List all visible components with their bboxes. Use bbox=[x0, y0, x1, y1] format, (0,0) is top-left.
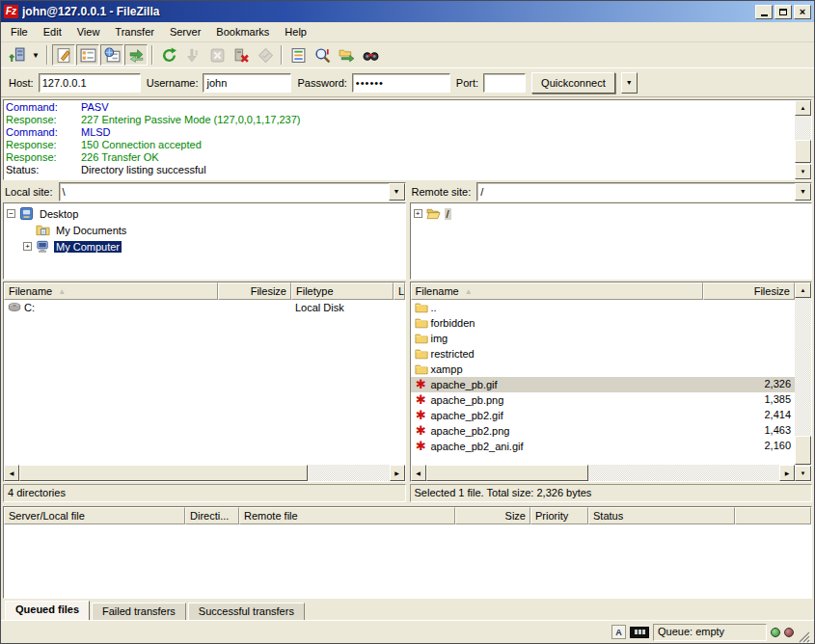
toolbar-toggle-message-log-button[interactable] bbox=[52, 44, 75, 66]
sync-browsing-icon bbox=[339, 47, 355, 64]
queue-body[interactable] bbox=[4, 524, 811, 598]
local-file-list[interactable]: Filename▲FilesizeFiletypeL C:Local Disk … bbox=[3, 282, 406, 482]
column-header-label: Priority bbox=[535, 510, 568, 522]
transfer-queue[interactable]: Server/Local fileDirecti...Remote fileSi… bbox=[3, 506, 812, 599]
tree-item-[interactable]: +/ bbox=[414, 205, 812, 222]
tree-item-desktop[interactable]: −Desktop bbox=[7, 205, 405, 222]
quickconnect-dropdown-button[interactable]: ▼ bbox=[621, 72, 638, 94]
title-bar[interactable]: Fz john@127.0.0.1 - FileZilla × bbox=[1, 1, 814, 22]
scroll-track[interactable] bbox=[426, 465, 780, 481]
data-type-indicator-icon[interactable]: A bbox=[611, 625, 626, 639]
file-row-apache-pb-png[interactable]: ✱apache_pb.png1,385 bbox=[411, 392, 796, 408]
column-header-filename[interactable]: Filename▲ bbox=[4, 282, 218, 300]
toolbar-site-manager-dropdown-button[interactable]: ▼ bbox=[29, 44, 42, 66]
close-button[interactable]: × bbox=[794, 5, 811, 19]
file-row-xampp[interactable]: xampp bbox=[411, 362, 796, 377]
file-row-[interactable]: .. bbox=[411, 300, 796, 315]
menu-file[interactable]: File bbox=[3, 24, 36, 40]
toolbar-site-manager-button[interactable] bbox=[5, 44, 28, 66]
queue-column-directi[interactable]: Directi... bbox=[185, 507, 239, 524]
scroll-left-icon[interactable]: ◀ bbox=[411, 465, 426, 481]
scroll-left-icon[interactable]: ◀ bbox=[4, 465, 19, 481]
local-site-combo[interactable]: \ ▼ bbox=[59, 182, 406, 201]
file-row-apache-pb2-ani-gif[interactable]: ✱apache_pb2_ani.gif2,160 bbox=[411, 439, 796, 454]
tab-failed-transfers[interactable]: Failed transfers bbox=[92, 603, 186, 620]
file-row-apache-pb2-png[interactable]: ✱apache_pb2.png1,463 bbox=[411, 423, 796, 439]
scroll-down-icon[interactable]: ▼ bbox=[795, 466, 811, 481]
remote-list-vscrollbar[interactable]: ▲ ▼ bbox=[795, 282, 811, 481]
remote-site-dropdown-button[interactable]: ▼ bbox=[795, 183, 811, 201]
tree-item-my-documents[interactable]: My Documents bbox=[7, 222, 405, 238]
scroll-thumb[interactable] bbox=[795, 436, 811, 465]
tab-queued-files[interactable]: Queued files bbox=[5, 601, 90, 620]
file-row-restricted[interactable]: restricted bbox=[411, 346, 796, 362]
menu-transfer[interactable]: Transfer bbox=[107, 24, 162, 40]
menu-help[interactable]: Help bbox=[277, 24, 314, 40]
tree-item-my-computer[interactable]: +My Computer bbox=[7, 238, 405, 255]
queue-column-priority[interactable]: Priority bbox=[530, 507, 588, 524]
toolbar-toggle-local-tree-button[interactable] bbox=[76, 44, 99, 66]
scroll-thumb[interactable] bbox=[426, 465, 589, 481]
quickconnect-button[interactable]: Quickconnect bbox=[531, 72, 615, 94]
file-row-forbidden[interactable]: forbidden bbox=[411, 315, 796, 331]
expand-icon[interactable]: + bbox=[414, 209, 422, 218]
queue-column-remote-file[interactable]: Remote file bbox=[239, 507, 455, 524]
scroll-right-icon[interactable]: ▶ bbox=[779, 465, 795, 481]
message-log[interactable]: Command:PASVResponse:227 Entering Passiv… bbox=[3, 99, 812, 180]
queue-column-status[interactable]: Status bbox=[588, 507, 735, 524]
toolbar-toggle-remote-tree-button[interactable] bbox=[100, 44, 123, 66]
port-input[interactable] bbox=[483, 73, 526, 93]
column-header-filesize[interactable]: Filesize bbox=[703, 282, 795, 300]
scroll-track[interactable] bbox=[19, 465, 390, 481]
toolbar-toggle-transfer-queue-button[interactable] bbox=[124, 44, 148, 66]
local-directory-tree[interactable]: −DesktopMy Documents+My Computer bbox=[3, 202, 406, 280]
file-row-img[interactable]: img bbox=[411, 331, 796, 346]
toolbar-disconnect-button[interactable] bbox=[230, 44, 253, 66]
scroll-thumb[interactable] bbox=[19, 465, 308, 481]
remote-directory-tree[interactable]: +/ bbox=[410, 202, 813, 280]
column-header-l[interactable]: L bbox=[394, 282, 405, 300]
scroll-up-icon[interactable]: ▲ bbox=[795, 100, 811, 116]
file-row-apache-pb-gif[interactable]: ✱apache_pb.gif2,326 bbox=[411, 377, 796, 392]
minimize-button[interactable] bbox=[755, 5, 773, 19]
toolbar-refresh-button[interactable] bbox=[157, 44, 180, 66]
remote-list-hscrollbar[interactable]: ◀ ▶ bbox=[411, 465, 796, 481]
scroll-right-icon[interactable]: ▶ bbox=[390, 465, 405, 481]
menu-bookmarks[interactable]: Bookmarks bbox=[208, 24, 277, 40]
scroll-track[interactable] bbox=[795, 298, 811, 466]
column-header-filetype[interactable]: Filetype bbox=[291, 282, 394, 300]
toolbar-sync-browsing-button[interactable] bbox=[335, 44, 358, 66]
speed-limits-icon[interactable] bbox=[630, 627, 649, 638]
local-list-hscrollbar[interactable]: ◀ ▶ bbox=[4, 465, 405, 481]
column-header-filename[interactable]: Filename▲ bbox=[411, 282, 704, 300]
local-site-dropdown-button[interactable]: ▼ bbox=[389, 183, 405, 201]
remote-file-list[interactable]: Filename▲Filesize ..forbiddenimgrestrict… bbox=[410, 282, 813, 482]
menu-view[interactable]: View bbox=[69, 24, 108, 40]
scroll-up-icon[interactable]: ▲ bbox=[795, 282, 811, 298]
maximize-button[interactable] bbox=[774, 5, 792, 19]
resize-grip[interactable] bbox=[798, 631, 810, 643]
toolbar-find-button[interactable] bbox=[359, 44, 382, 66]
queue-column-size[interactable]: Size bbox=[455, 507, 530, 524]
menu-edit[interactable]: Edit bbox=[36, 24, 69, 40]
menu-server[interactable]: Server bbox=[162, 24, 208, 40]
tab-successful-transfers[interactable]: Successful transfers bbox=[188, 603, 305, 620]
collapse-icon[interactable]: − bbox=[7, 209, 15, 218]
column-header-filesize[interactable]: Filesize bbox=[218, 282, 291, 300]
username-label: Username: bbox=[147, 77, 199, 89]
scroll-thumb[interactable] bbox=[795, 140, 811, 163]
expand-icon[interactable]: + bbox=[23, 242, 32, 251]
file-row-c[interactable]: C:Local Disk bbox=[4, 300, 405, 315]
scroll-down-icon[interactable]: ▼ bbox=[795, 164, 811, 179]
file-row-apache-pb2-gif[interactable]: ✱apache_pb2.gif2,414 bbox=[411, 408, 796, 423]
queue-column-server-local-file[interactable]: Server/Local file bbox=[4, 507, 185, 524]
scroll-track[interactable] bbox=[795, 116, 811, 164]
filetype-cell: Local Disk bbox=[291, 300, 394, 315]
password-input[interactable] bbox=[352, 73, 450, 93]
remote-site-combo[interactable]: / ▼ bbox=[476, 182, 812, 201]
toolbar-compare-button[interactable] bbox=[311, 44, 334, 66]
message-log-vscrollbar[interactable]: ▲ ▼ bbox=[795, 100, 811, 179]
toolbar-filter-button[interactable] bbox=[286, 44, 310, 66]
username-input[interactable] bbox=[203, 73, 291, 93]
host-input[interactable] bbox=[39, 73, 141, 93]
